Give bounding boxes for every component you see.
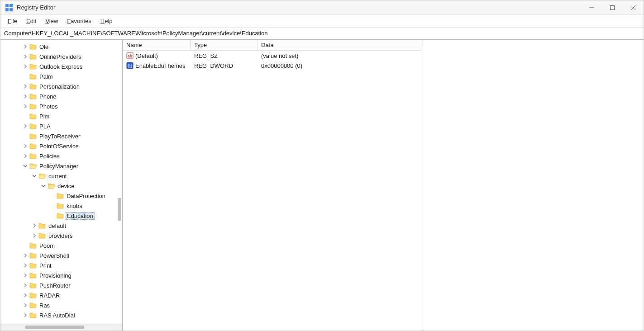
column-header-data[interactable]: Data	[258, 40, 421, 50]
folder-icon	[29, 142, 37, 150]
folder-open-icon	[38, 172, 46, 180]
chevron-right-icon[interactable]	[22, 282, 29, 288]
tree-item-onlineproviders[interactable]: OnlineProviders	[0, 52, 122, 61]
value-row[interactable]: EnableEduThemesREG_DWORD0x00000000 (0)	[123, 61, 421, 71]
chevron-down-icon[interactable]	[40, 183, 47, 189]
chevron-right-icon[interactable]	[22, 53, 29, 60]
chevron-right-icon[interactable]	[22, 153, 29, 159]
value-row[interactable]: (Default)REG_SZ(value not set)	[123, 51, 421, 61]
reg-string-icon	[126, 52, 134, 59]
tree-item-print[interactable]: Print	[0, 260, 122, 270]
tree-item-label: Personalization	[38, 83, 81, 90]
tree-item-policies[interactable]: Policies	[0, 151, 122, 161]
tree-item-default[interactable]: default	[0, 221, 122, 231]
tree-horizontal-scrollbar[interactable]	[0, 324, 122, 331]
value-name: EnableEduThemes	[135, 62, 186, 69]
column-header-type[interactable]: Type	[191, 40, 258, 50]
titlebar[interactable]: Registry Editor	[0, 0, 644, 15]
menu-favorites[interactable]: Favorites	[63, 16, 95, 26]
folder-icon	[29, 53, 37, 60]
folder-icon	[29, 292, 37, 299]
registry-tree: OleOnlineProvidersOutlook ExpressPalmPer…	[0, 40, 122, 320]
chevron-right-icon[interactable]	[22, 83, 29, 90]
tree-item-playtoreceiver[interactable]: PlayToReceiver	[0, 131, 122, 141]
tree-item-knobs[interactable]: knobs	[0, 201, 122, 211]
chevron-right-icon[interactable]	[22, 63, 29, 70]
tree-item-personalization[interactable]: Personalization	[0, 81, 122, 91]
column-header-name[interactable]: Name	[123, 40, 191, 50]
menu-file[interactable]: File	[4, 16, 21, 26]
tree-item-label: OnlineProviders	[38, 53, 82, 60]
address-bar[interactable]: Computer\HKEY_LOCAL_MACHINE\SOFTWARE\Mic…	[0, 28, 644, 39]
folder-icon	[29, 302, 37, 309]
tree-item-label: current	[48, 173, 67, 180]
tree-item-radar[interactable]: RADAR	[0, 290, 122, 300]
tree-vertical-scrollbar-thumb[interactable]	[118, 198, 121, 221]
folder-icon	[57, 202, 64, 209]
folder-icon	[29, 272, 37, 279]
tree-item-photos[interactable]: Photos	[0, 101, 122, 111]
folder-icon	[29, 152, 37, 160]
menu-view[interactable]: View	[42, 16, 62, 26]
tree-item-provisioning[interactable]: Provisioning	[0, 270, 122, 280]
values-body: (Default)REG_SZ(value not set)EnableEduT…	[123, 51, 421, 71]
tree-item-policymanager[interactable]: PolicyManager	[0, 161, 122, 171]
chevron-down-icon[interactable]	[31, 173, 38, 179]
tree-item-pim[interactable]: Pim	[0, 111, 122, 121]
tree-item-ras-autodial[interactable]: RAS AutoDial	[0, 310, 122, 320]
tree-item-phone[interactable]: Phone	[0, 91, 122, 101]
tree-item-current[interactable]: current	[0, 171, 122, 181]
chevron-right-icon[interactable]	[31, 232, 38, 239]
chevron-right-icon[interactable]	[22, 312, 29, 318]
folder-icon	[29, 63, 37, 70]
tree-item-device[interactable]: device	[0, 181, 122, 191]
menu-edit[interactable]: Edit	[23, 16, 40, 26]
chevron-right-icon[interactable]	[22, 93, 29, 99]
chevron-right-icon[interactable]	[22, 302, 29, 308]
folder-icon	[38, 222, 46, 229]
tree-item-pointofservice[interactable]: PointOfService	[0, 141, 122, 151]
chevron-down-icon[interactable]	[22, 163, 29, 169]
tree-item-providers[interactable]: providers	[0, 231, 122, 241]
tree-item-education[interactable]: Education	[0, 211, 122, 221]
tree-item-poom[interactable]: Poom	[0, 241, 122, 251]
values-header: Name Type Data	[123, 40, 421, 51]
tree-item-label: DataProtection	[66, 193, 106, 199]
tree-item-label: Phone	[38, 93, 57, 100]
chevron-right-icon[interactable]	[22, 43, 29, 50]
menu-help[interactable]: Help	[97, 16, 116, 26]
chevron-right-icon[interactable]	[22, 272, 29, 279]
tree-item-pushrouter[interactable]: PushRouter	[0, 280, 122, 290]
tree-scroll[interactable]: OleOnlineProvidersOutlook ExpressPalmPer…	[0, 40, 122, 324]
tree-item-powershell[interactable]: PowerShell	[0, 251, 122, 260]
chevron-right-icon[interactable]	[22, 123, 29, 129]
tree-item-palm[interactable]: Palm	[0, 71, 122, 81]
chevron-right-icon[interactable]	[22, 292, 29, 298]
chevron-right-icon[interactable]	[22, 252, 29, 259]
maximize-button[interactable]	[602, 0, 623, 15]
tree-horizontal-scrollbar-thumb[interactable]	[25, 326, 84, 329]
tree-item-outlook-express[interactable]: Outlook Express	[0, 61, 122, 71]
svg-rect-2	[5, 8, 9, 11]
chevron-right-icon[interactable]	[22, 143, 29, 149]
close-button[interactable]	[623, 0, 644, 15]
values-list: Name Type Data (Default)REG_SZ(value not…	[123, 40, 421, 331]
tree-item-ras[interactable]: Ras	[0, 300, 122, 310]
minimize-button[interactable]	[581, 0, 602, 15]
folder-icon	[57, 192, 64, 199]
window-title: Registry Editor	[17, 4, 55, 11]
tree-item-label: Pim	[38, 113, 50, 120]
tree-item-pla[interactable]: PLA	[0, 121, 122, 131]
chevron-right-icon[interactable]	[31, 222, 38, 229]
chevron-right-icon[interactable]	[22, 262, 29, 269]
tree-item-label: Provisioning	[38, 272, 72, 279]
tree-item-label: Outlook Express	[38, 63, 83, 70]
tree-item-ole[interactable]: Ole	[0, 42, 122, 52]
content-area: OleOnlineProvidersOutlook ExpressPalmPer…	[0, 39, 644, 331]
chevron-right-icon[interactable]	[22, 103, 29, 109]
tree-item-label: Palm	[38, 73, 54, 80]
tree-item-label: default	[48, 222, 67, 229]
tree-item-dataprotection[interactable]: DataProtection	[0, 191, 122, 201]
tree-item-label: Ole	[38, 43, 49, 50]
regedit-icon	[5, 4, 13, 12]
